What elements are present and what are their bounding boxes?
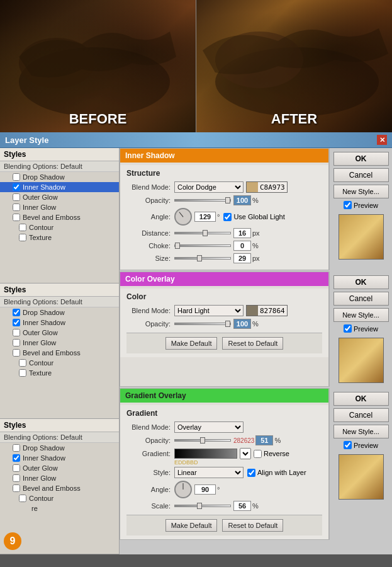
angle-dial-1[interactable]	[174, 208, 192, 226]
reset-to-default-button-3[interactable]: Reset to Default	[222, 519, 283, 532]
reverse-checkbox[interactable]	[254, 450, 262, 458]
texture-3[interactable]: re	[0, 503, 119, 513]
cancel-button-2[interactable]: Cancel	[333, 292, 389, 306]
size-value[interactable]	[233, 253, 251, 263]
style-panel-2: Styles Blending Options: Default Drop Sh…	[0, 284, 120, 419]
preview-check-2[interactable]	[344, 324, 352, 333]
scale-slider[interactable]	[174, 505, 231, 507]
opacity-slider-container-2: %	[174, 319, 322, 329]
blending-options-2[interactable]: Blending Options: Default	[0, 297, 119, 307]
inner-shadow-3[interactable]: Inner Shadow	[0, 453, 119, 463]
new-style-button-3[interactable]: New Style...	[333, 425, 389, 438]
outer-glow-3[interactable]: Outer Glow	[0, 463, 119, 473]
angle-unit-1: °	[217, 213, 220, 220]
angle-dial-3[interactable]	[174, 481, 192, 498]
before-label: BEFORE	[69, 111, 127, 127]
gradient-arrow[interactable]: ▼	[240, 448, 251, 459]
ok-button-2[interactable]: OK	[333, 275, 389, 289]
opacity-slider-3[interactable]	[174, 439, 231, 442]
opacity-slider-1[interactable]	[174, 199, 231, 202]
new-style-button-1[interactable]: New Style...	[333, 185, 389, 198]
blending-options-1[interactable]: Blending Options: Default	[0, 161, 119, 172]
style-select-3[interactable]: Linear	[174, 467, 244, 478]
gradient-overlay-section: Gradient Overlay Gradient Blend Mode: Ov…	[120, 388, 392, 540]
global-light-checkbox[interactable]	[223, 213, 232, 221]
align-layer-label: Align with Layer	[257, 469, 306, 476]
drop-shadow-1[interactable]: Drop Shadow	[0, 172, 119, 182]
bevel-emboss-3[interactable]: Bevel and Emboss	[0, 483, 119, 493]
inner-shadow-2[interactable]: Inner Shadow	[0, 318, 119, 328]
inner-glow-1[interactable]: Inner Glow	[0, 202, 119, 212]
outer-glow-2[interactable]: Outer Glow	[0, 328, 119, 338]
make-default-button-2[interactable]: Make Default	[165, 337, 218, 350]
color-swatch-1[interactable]: C8A973	[246, 181, 288, 193]
preview-check-1[interactable]	[344, 201, 352, 209]
reset-to-default-button-2[interactable]: Reset to Default	[222, 337, 283, 350]
inner-shadow-1[interactable]: Inner Shadow	[0, 182, 119, 192]
new-style-button-2[interactable]: New Style...	[333, 308, 389, 322]
drop-shadow-3[interactable]: Drop Shadow	[0, 443, 119, 453]
inner-glow-3[interactable]: Inner Glow	[0, 473, 119, 483]
blend-mode-select-3[interactable]: Overlay	[174, 421, 244, 433]
angle-value-1[interactable]	[194, 212, 216, 222]
drop-shadow-2[interactable]: Drop Shadow	[0, 307, 119, 318]
scale-value[interactable]	[233, 501, 251, 511]
ok-button-3[interactable]: OK	[333, 392, 389, 406]
angle-line-3	[183, 483, 184, 490]
inner-glow-2[interactable]: Inner Glow	[0, 338, 119, 348]
align-layer-row: Align with Layer	[247, 469, 306, 477]
distance-slider[interactable]	[174, 232, 231, 234]
color-label: Color	[126, 292, 322, 301]
color-overlay-body: Color Blend Mode: Hard Light 827864	[120, 289, 328, 357]
bevel-emboss-1[interactable]: Bevel and Emboss	[0, 212, 119, 222]
scale-row: Scale: %	[126, 501, 322, 511]
choke-value[interactable]	[233, 241, 251, 251]
reverse-row: Reverse	[254, 450, 289, 458]
choke-slider[interactable]	[174, 244, 231, 247]
styles-header-3: Styles	[0, 419, 119, 432]
close-button[interactable]: ✕	[377, 135, 387, 145]
blend-mode-select-1[interactable]: Color Dodge	[174, 181, 244, 193]
opacity-value-2[interactable]	[233, 319, 251, 329]
opacity-value-3[interactable]	[255, 435, 273, 445]
blend-mode-select-2[interactable]: Hard Light	[174, 305, 244, 316]
cancel-button-3[interactable]: Cancel	[333, 408, 389, 422]
color-swatch-2[interactable]: 827864	[246, 305, 288, 316]
styles-header-1: Styles	[0, 148, 119, 161]
angle-line-1	[179, 212, 183, 217]
reverse-label: Reverse	[264, 450, 289, 457]
global-light-label: Use Global Light	[233, 213, 284, 220]
texture-1[interactable]: Texture	[0, 232, 119, 243]
contour-3[interactable]: Contour	[0, 493, 119, 503]
ok-button-1[interactable]: OK	[333, 152, 389, 166]
dialog-title: Layer Style	[5, 135, 48, 145]
contour-1[interactable]: Contour	[0, 222, 119, 232]
inner-shadow-section: Inner Shadow Structure Blend Mode: Color…	[120, 148, 392, 270]
sidebar-1: OK Cancel New Style... Preview	[329, 148, 392, 270]
make-default-button-3[interactable]: Make Default	[165, 519, 218, 532]
opacity-slider-2[interactable]	[174, 323, 231, 325]
align-layer-checkbox[interactable]	[247, 469, 255, 477]
preview-check-3[interactable]	[344, 441, 352, 449]
main-content: Styles Blending Options: Default Drop Sh…	[0, 148, 392, 554]
distance-value[interactable]	[233, 228, 251, 238]
swatch-color-2	[247, 306, 258, 316]
bevel-emboss-2[interactable]: Bevel and Emboss	[0, 348, 119, 358]
size-slider[interactable]	[174, 257, 231, 260]
blending-options-3[interactable]: Blending Options: Default	[0, 432, 119, 443]
opacity-value-1[interactable]	[233, 195, 251, 205]
sidebar-2: OK Cancel New Style... Preview	[329, 272, 392, 387]
texture-2[interactable]: Texture	[0, 368, 119, 378]
scale-unit: %	[252, 502, 259, 510]
swatch-hex-1: C8A973	[258, 182, 287, 192]
angle-row-1: Angle: ° Use Global Light	[126, 208, 322, 226]
preview-label-1: Preview	[354, 202, 378, 209]
gradient-bar[interactable]	[174, 449, 237, 459]
contour-2[interactable]: Contour	[0, 358, 119, 368]
preview-checkbox-3: Preview	[344, 441, 378, 449]
outer-glow-1[interactable]: Outer Glow	[0, 192, 119, 202]
opacity-unit-2: %	[252, 320, 259, 328]
angle-value-3[interactable]	[194, 484, 216, 495]
choke-row: Choke: %	[126, 241, 322, 251]
cancel-button-1[interactable]: Cancel	[333, 168, 389, 182]
